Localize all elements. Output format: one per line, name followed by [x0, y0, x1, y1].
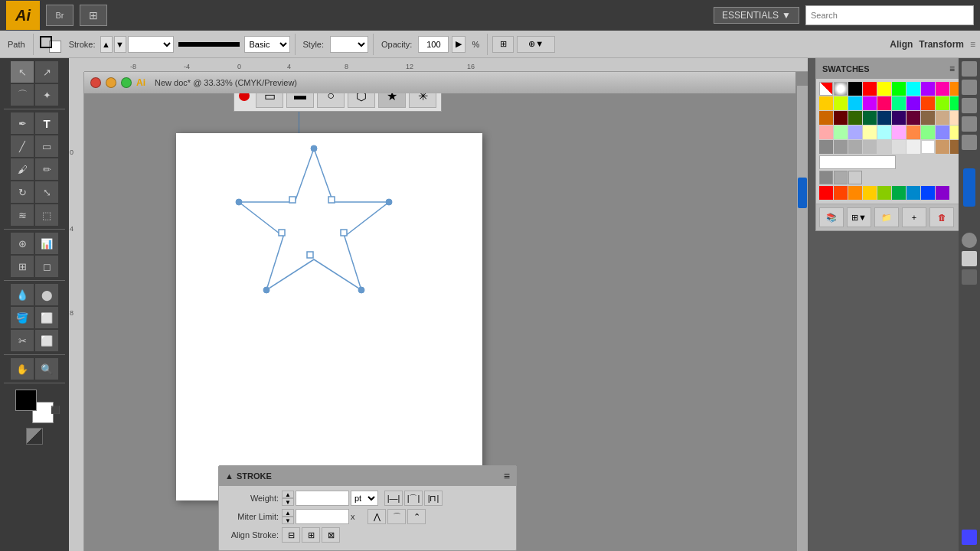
swatch-e4[interactable]: [863, 126, 877, 139]
swatch-g1[interactable]: [819, 186, 833, 200]
scale-tool[interactable]: ⤡: [35, 181, 58, 203]
swatch-d1[interactable]: [819, 111, 833, 125]
window-minimize-button[interactable]: [106, 77, 116, 88]
swatch-e9[interactable]: [936, 126, 949, 139]
swatch-gray3[interactable]: [848, 140, 862, 154]
canvas-area[interactable]: -8 -4 0 4 8 12 16 0 4 8: [69, 58, 808, 551]
swatch-g8[interactable]: [921, 186, 935, 200]
scrollbar-thumb[interactable]: [798, 178, 807, 208]
arrange-icon[interactable]: ⊞: [492, 36, 514, 53]
align-outside-btn[interactable]: ⊠: [322, 527, 340, 543]
swatch-purple[interactable]: [921, 82, 935, 96]
swatch-gray2[interactable]: [834, 140, 848, 154]
swatch-show-kinds-btn[interactable]: ⊞▼: [847, 207, 871, 227]
column-graph-tool[interactable]: 📊: [35, 233, 58, 254]
swatch-g6[interactable]: [892, 186, 906, 200]
basic-select[interactable]: Basic: [244, 36, 290, 53]
right-tool-2[interactable]: [962, 80, 977, 95]
swatch-registration[interactable]: [834, 82, 848, 96]
join-miter-btn[interactable]: ⋀: [368, 509, 386, 524]
swatch-d9[interactable]: [936, 111, 949, 125]
select-tool[interactable]: ↖: [11, 61, 34, 83]
swatch-tan1[interactable]: [936, 140, 949, 154]
symbol-tool[interactable]: ⊛: [11, 233, 34, 254]
opacity-input[interactable]: [418, 36, 449, 53]
swatch-red[interactable]: [863, 82, 877, 96]
color-selector[interactable]: ⬛: [15, 390, 54, 423]
miter-input[interactable]: [296, 509, 349, 524]
swatch-f1[interactable]: [819, 171, 833, 184]
line-tool[interactable]: ╱: [11, 135, 34, 157]
essentials-button[interactable]: ESSENTIALS ▼: [714, 7, 799, 24]
right-tool-5[interactable]: [962, 135, 977, 150]
pencil-tool[interactable]: ✏: [35, 158, 58, 180]
swatch-libraries-btn[interactable]: 📚: [819, 207, 844, 227]
right-tool-3[interactable]: [962, 98, 977, 113]
align-inside-btn[interactable]: ⊞: [302, 527, 320, 543]
select-icon[interactable]: ⊕▼: [517, 36, 555, 53]
pen-tool[interactable]: ✒: [11, 112, 34, 134]
selected-swatch[interactable]: [819, 155, 896, 169]
canvas-content[interactable]: Ai New doc* @ 33.33% (CMYK/Preview): [84, 72, 808, 551]
live-paint-bucket-tool[interactable]: 🪣: [11, 307, 34, 328]
swatch-yellow[interactable]: [877, 82, 891, 96]
opacity-right-btn[interactable]: ▶: [452, 36, 466, 53]
swatch-c3[interactable]: [848, 96, 862, 110]
workspace-icon[interactable]: ⊞: [80, 5, 107, 26]
align-button[interactable]: Align: [890, 39, 913, 50]
hand-tool[interactable]: ✋: [11, 358, 34, 380]
miter-up-btn[interactable]: ▲: [282, 509, 294, 517]
rotate-tool[interactable]: ↻: [11, 181, 34, 203]
swatch-g9[interactable]: [936, 186, 949, 200]
swatch-d2[interactable]: [834, 111, 848, 125]
right-tool-1[interactable]: [962, 61, 977, 77]
swatch-c4[interactable]: [863, 96, 877, 110]
stroke-weight-select[interactable]: [128, 36, 174, 53]
weight-down-btn[interactable]: ▼: [282, 498, 294, 506]
rect-tool[interactable]: ▭: [35, 135, 58, 157]
gradient-tool[interactable]: ◻: [35, 256, 58, 277]
type-tool[interactable]: T: [35, 112, 58, 134]
swatch-gray4[interactable]: [863, 140, 877, 154]
swatch-gray7[interactable]: [906, 140, 920, 154]
swatch-e7[interactable]: [906, 126, 920, 139]
swatch-f3[interactable]: [848, 171, 862, 184]
live-paint-select-tool[interactable]: ⬜: [35, 307, 58, 328]
window-maximize-button[interactable]: [121, 77, 132, 88]
right-tool-4[interactable]: [962, 116, 977, 132]
swatch-c1[interactable]: [819, 96, 833, 110]
swatch-cyan[interactable]: [906, 82, 920, 96]
swatch-d8[interactable]: [921, 111, 935, 125]
swatch-e6[interactable]: [892, 126, 906, 139]
lasso-tool[interactable]: ⌒: [11, 84, 34, 106]
swatch-g5[interactable]: [877, 186, 891, 200]
stroke-down-btn[interactable]: ▼: [114, 36, 126, 53]
swatch-none[interactable]: [819, 82, 833, 96]
right-tool-light[interactable]: [962, 251, 977, 266]
swatch-e3[interactable]: [848, 126, 862, 139]
swatch-gray5[interactable]: [877, 140, 891, 154]
swatch-g7[interactable]: [906, 186, 920, 200]
swatch-c6[interactable]: [892, 96, 906, 110]
weight-input[interactable]: [296, 491, 349, 506]
vertical-scrollbar[interactable]: [797, 86, 808, 551]
br-logo-icon[interactable]: Br: [46, 5, 74, 26]
swatch-c9[interactable]: [936, 96, 949, 110]
swatch-new-color-group-btn[interactable]: 📁: [874, 207, 899, 227]
blend-tool[interactable]: ⬤: [35, 284, 58, 305]
eraser-tool[interactable]: ⬜: [35, 330, 58, 351]
expand-icon[interactable]: ≡: [970, 39, 975, 50]
swatch-d5[interactable]: [877, 111, 891, 125]
swatch-gray6[interactable]: [892, 140, 906, 154]
right-tool-circle[interactable]: [962, 233, 977, 248]
cap-round-btn[interactable]: |⌒|: [404, 491, 423, 506]
swatch-d3[interactable]: [848, 111, 862, 125]
cap-butt-btn[interactable]: |—|: [384, 491, 403, 506]
fill-indicator[interactable]: [26, 428, 43, 445]
warp-tool[interactable]: ≋: [11, 204, 34, 226]
swatch-delete-btn[interactable]: 🗑: [929, 207, 954, 227]
weight-unit-select[interactable]: pt: [351, 491, 378, 506]
join-round-btn[interactable]: ⌒: [387, 509, 406, 524]
swatch-d7[interactable]: [906, 111, 920, 125]
swatch-d6[interactable]: [892, 111, 906, 125]
